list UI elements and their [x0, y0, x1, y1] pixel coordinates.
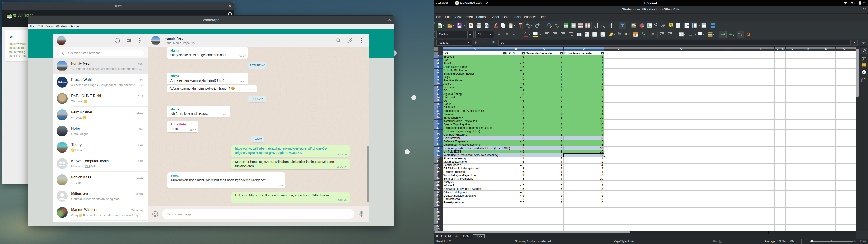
svg-text:a: a	[747, 32, 748, 34]
svg-text:3: 3	[634, 34, 636, 36]
svg-text:a: a	[739, 32, 740, 34]
svg-text:.00: .00	[643, 35, 645, 37]
svg-text:.0: .0	[651, 35, 652, 37]
svg-text:Abc: Abc	[555, 23, 559, 26]
